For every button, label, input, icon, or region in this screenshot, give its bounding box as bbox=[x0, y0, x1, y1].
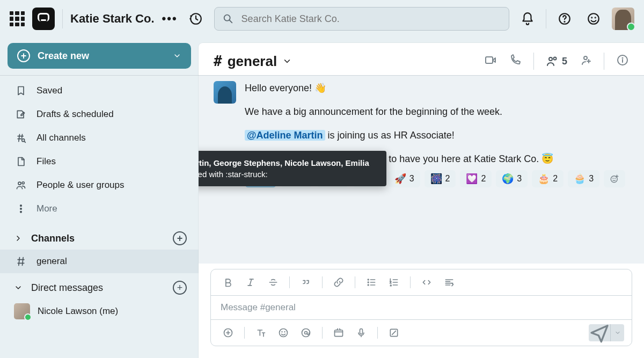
svg-point-28 bbox=[284, 332, 285, 332]
quote-button[interactable] bbox=[296, 274, 316, 291]
search-bar[interactable] bbox=[214, 7, 509, 31]
channel-actions: 5 bbox=[484, 53, 629, 70]
user-avatar[interactable] bbox=[612, 8, 634, 30]
reaction-count: 3 bbox=[589, 174, 594, 184]
emoji-button[interactable] bbox=[274, 324, 293, 341]
add-reaction-button[interactable] bbox=[604, 170, 625, 187]
tooltip-suffix: reacted with :star-struck: bbox=[199, 170, 268, 179]
history-icon[interactable] bbox=[185, 12, 207, 26]
svg-point-20 bbox=[613, 178, 613, 179]
chevron-down-icon bbox=[14, 283, 23, 292]
channel-title[interactable]: # general bbox=[214, 53, 292, 70]
svg-point-8 bbox=[18, 182, 21, 185]
video-call-button[interactable] bbox=[484, 54, 497, 69]
sidebar-item-files[interactable]: Files bbox=[0, 150, 199, 173]
send-button[interactable] bbox=[589, 324, 610, 341]
svg-point-3 bbox=[564, 21, 565, 22]
org-more-button[interactable]: ••• bbox=[162, 12, 178, 26]
search-input[interactable] bbox=[240, 13, 501, 25]
hash-icon bbox=[15, 256, 27, 267]
bold-button[interactable] bbox=[218, 274, 238, 291]
sidebar-label: Files bbox=[36, 156, 56, 167]
sidebar-item-all-channels[interactable]: All channels bbox=[0, 126, 199, 150]
number-list-button[interactable] bbox=[384, 274, 404, 291]
channels-section-header[interactable]: Channels + bbox=[0, 224, 199, 250]
apps-grid-icon[interactable] bbox=[10, 11, 25, 26]
draft-icon bbox=[15, 109, 27, 120]
avatar bbox=[14, 303, 30, 319]
sidebar-label: Drafts & scheduled bbox=[36, 109, 114, 120]
org-name[interactable]: Katie Stark Co. bbox=[70, 12, 155, 26]
send-options-button[interactable] bbox=[610, 324, 624, 341]
create-new-button[interactable]: + Create new bbox=[8, 43, 191, 69]
video-button[interactable] bbox=[329, 324, 348, 341]
dm-item-self[interactable]: Nicole Lawson (me) bbox=[0, 299, 199, 324]
dm-section-header[interactable]: Direct messages + bbox=[0, 273, 199, 299]
svg-point-12 bbox=[20, 211, 22, 213]
divider bbox=[546, 9, 546, 28]
attach-button[interactable] bbox=[218, 324, 238, 341]
channel-item-general[interactable]: general bbox=[0, 250, 199, 273]
svg-point-10 bbox=[20, 205, 22, 207]
strike-button[interactable] bbox=[264, 274, 283, 291]
dm-name: Nicole Lawson (me) bbox=[38, 306, 118, 317]
mention[interactable]: @Adeline Martin bbox=[245, 130, 325, 141]
mic-button[interactable] bbox=[352, 324, 371, 341]
bookmark-icon bbox=[15, 85, 27, 96]
chevron-down-icon bbox=[173, 52, 181, 60]
reaction-pill[interactable]: 🧁3 bbox=[568, 170, 599, 187]
message-avatar[interactable] bbox=[214, 81, 236, 104]
composer: Message #general bbox=[210, 269, 632, 346]
channel-info-button[interactable] bbox=[616, 54, 629, 69]
svg-rect-32 bbox=[360, 329, 363, 334]
notifications-icon[interactable] bbox=[517, 12, 538, 26]
add-member-button[interactable] bbox=[579, 54, 592, 69]
sidebar-item-drafts[interactable]: Drafts & scheduled bbox=[0, 103, 199, 126]
bullet-list-button[interactable] bbox=[362, 274, 381, 291]
search-icon bbox=[222, 13, 234, 25]
svg-point-1 bbox=[224, 15, 230, 21]
svg-point-24 bbox=[368, 284, 369, 286]
brand-logo[interactable] bbox=[32, 8, 55, 30]
link-button[interactable] bbox=[329, 274, 348, 291]
reaction-count: 2 bbox=[445, 174, 450, 184]
chevron-down-icon bbox=[282, 56, 292, 66]
sidebar-item-people[interactable]: People & user groups bbox=[0, 173, 199, 197]
reaction-pill[interactable]: 🚀3 bbox=[389, 170, 420, 187]
chevron-right-icon bbox=[14, 234, 23, 243]
channels-label: Channels bbox=[31, 233, 75, 244]
main-panel: # general 5 Hello every bbox=[199, 43, 644, 358]
emoji-icon[interactable] bbox=[583, 12, 604, 26]
reaction-emoji: 🧁 bbox=[574, 173, 586, 185]
sidebar-item-more[interactable]: More bbox=[0, 197, 199, 221]
divider bbox=[604, 53, 604, 70]
shortcut-button[interactable] bbox=[384, 324, 404, 341]
italic-button[interactable] bbox=[241, 274, 260, 291]
topbar: Katie Stark Co. ••• bbox=[0, 0, 644, 38]
members-count[interactable]: 5 bbox=[546, 55, 567, 68]
help-icon[interactable] bbox=[554, 12, 575, 26]
add-dm-button[interactable]: + bbox=[173, 281, 187, 295]
mention-button[interactable] bbox=[296, 324, 316, 341]
reaction-pill[interactable]: 🌍3 bbox=[496, 170, 528, 187]
sidebar-item-saved[interactable]: Saved bbox=[0, 79, 199, 103]
file-icon bbox=[15, 156, 27, 167]
sidebar-label: More bbox=[36, 203, 57, 214]
text-format-button[interactable] bbox=[251, 324, 270, 341]
hash-icon: # bbox=[214, 53, 222, 69]
svg-point-11 bbox=[20, 208, 22, 210]
reaction-pill[interactable]: 🎆2 bbox=[425, 170, 456, 187]
add-channel-button[interactable]: + bbox=[173, 231, 187, 245]
sidebar-label: All channels bbox=[36, 133, 86, 143]
code-button[interactable] bbox=[417, 274, 436, 291]
reaction-pill[interactable]: 💟2 bbox=[460, 170, 492, 187]
voice-call-button[interactable] bbox=[509, 54, 522, 69]
reaction-pill[interactable]: 🎂2 bbox=[532, 170, 564, 187]
message-line: Hello everyone! 👋 bbox=[245, 81, 629, 95]
message-text: is joining us as HR Associate! bbox=[325, 130, 455, 141]
compose-input[interactable]: Message #general bbox=[211, 296, 632, 319]
codeblock-button[interactable] bbox=[440, 274, 459, 291]
reaction-count: 2 bbox=[553, 174, 558, 184]
svg-point-19 bbox=[611, 176, 617, 182]
svg-point-26 bbox=[280, 329, 288, 337]
